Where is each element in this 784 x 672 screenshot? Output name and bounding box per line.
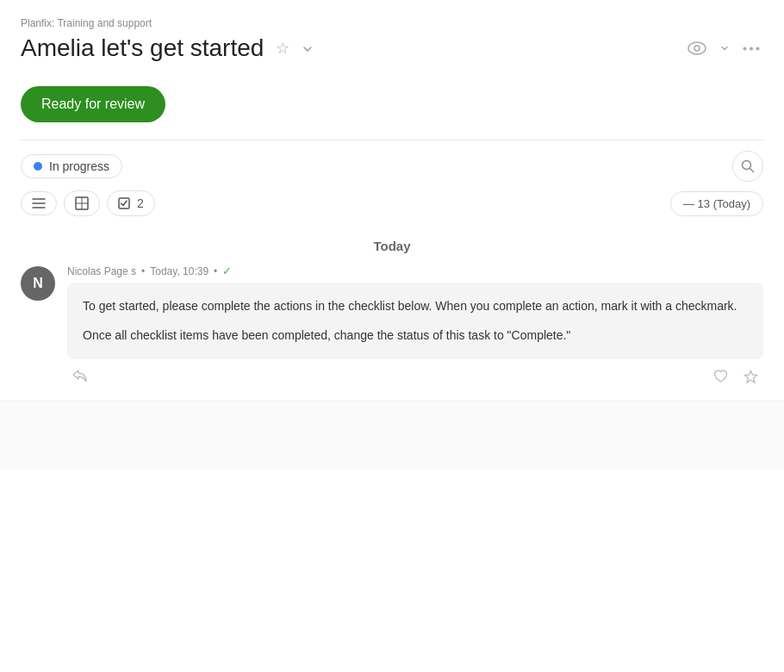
page-title: Amelia let's get started bbox=[21, 34, 264, 62]
svg-point-2 bbox=[744, 47, 747, 50]
svg-point-4 bbox=[756, 47, 760, 50]
dropdown-button[interactable] bbox=[298, 36, 317, 61]
eye-button[interactable] bbox=[684, 38, 710, 59]
avatar: N bbox=[21, 266, 55, 301]
header-actions bbox=[684, 38, 763, 59]
bottom-area bbox=[0, 401, 784, 470]
comment-right-actions bbox=[710, 366, 762, 387]
in-progress-label: In progress bbox=[49, 159, 109, 173]
toolbar-left: 2 bbox=[21, 190, 155, 216]
comment-bubble: To get started, please complete the acti… bbox=[67, 283, 763, 359]
svg-point-1 bbox=[694, 46, 700, 51]
today-label: Today bbox=[373, 239, 410, 253]
star-icon: ☆ bbox=[276, 39, 289, 58]
comment-area: N Nicolas Page s • Today, 10:39 • ✓ To g… bbox=[0, 264, 784, 387]
toolbar-row: 2 — 13 (Today) bbox=[0, 182, 784, 225]
svg-point-3 bbox=[750, 47, 753, 50]
comment-paragraph-1: To get started, please complete the acti… bbox=[83, 296, 748, 315]
checklist-count: 2 bbox=[137, 196, 144, 210]
svg-point-0 bbox=[688, 42, 706, 54]
comment-row: N Nicolas Page s • Today, 10:39 • ✓ To g… bbox=[21, 264, 763, 387]
title-left: Amelia let's get started ☆ bbox=[21, 34, 317, 62]
star-comment-button[interactable] bbox=[740, 366, 762, 387]
breadcrumb: Planfix: Training and support bbox=[21, 17, 763, 29]
comment-paragraph-2: Once all checklist items have been compl… bbox=[83, 326, 748, 345]
today-section: Today bbox=[0, 225, 784, 264]
status-dot bbox=[34, 162, 42, 171]
search-button[interactable] bbox=[732, 151, 763, 182]
eye-dropdown-button[interactable] bbox=[717, 40, 732, 56]
title-row: Amelia let's get started ☆ bbox=[21, 34, 763, 62]
comment-meta: Nicolas Page s • Today, 10:39 • ✓ bbox=[67, 264, 763, 277]
lines-button[interactable] bbox=[21, 191, 57, 215]
header: Planfix: Training and support Amelia let… bbox=[0, 0, 784, 72]
svg-line-6 bbox=[750, 169, 754, 172]
comment-body: Nicolas Page s • Today, 10:39 • ✓ To get… bbox=[67, 264, 763, 387]
checklist-button[interactable]: 2 bbox=[107, 190, 155, 216]
comment-checkmark: ✓ bbox=[222, 264, 232, 277]
align-button[interactable] bbox=[64, 190, 100, 216]
chevron-down-icon bbox=[302, 40, 314, 58]
star-button[interactable]: ☆ bbox=[272, 35, 293, 61]
like-button[interactable] bbox=[710, 366, 731, 387]
reply-button[interactable] bbox=[69, 366, 91, 387]
comment-author: Nicolas Page s bbox=[67, 265, 136, 277]
divider-row: In progress bbox=[21, 140, 763, 182]
title-icons: ☆ bbox=[272, 35, 317, 61]
comment-actions bbox=[67, 359, 763, 387]
comment-separator2: • bbox=[214, 265, 217, 277]
more-options-button[interactable] bbox=[739, 43, 763, 54]
svg-marker-14 bbox=[745, 370, 757, 383]
date-range-button[interactable]: — 13 (Today) bbox=[670, 191, 763, 216]
comment-timestamp: Today, 10:39 bbox=[150, 265, 208, 277]
comment-separator: • bbox=[141, 265, 145, 277]
status-section: Ready for review bbox=[0, 72, 784, 122]
in-progress-badge[interactable]: In progress bbox=[21, 154, 122, 178]
ready-for-review-button[interactable]: Ready for review bbox=[21, 86, 165, 122]
